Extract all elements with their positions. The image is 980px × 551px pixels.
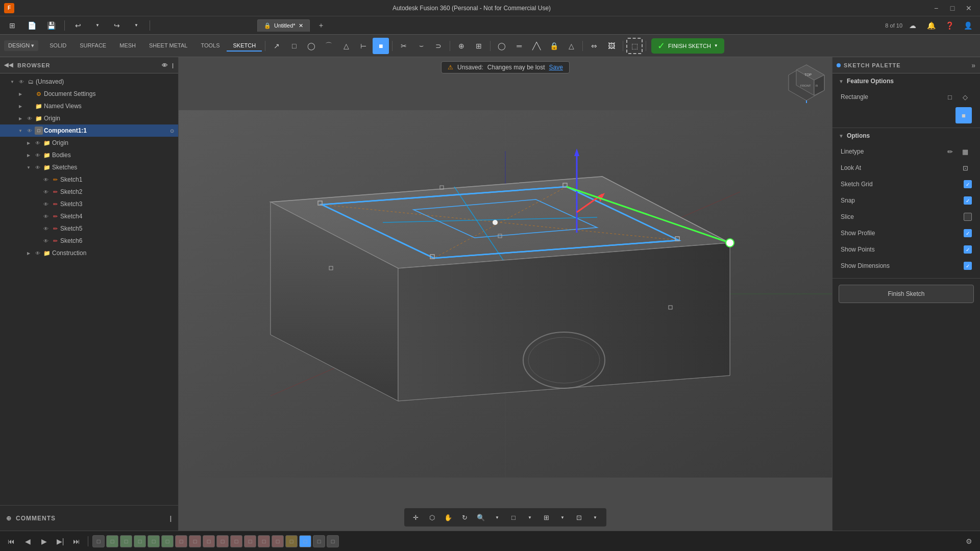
timeline-item-10[interactable]: □ [216, 535, 229, 547]
tree-item-origin1[interactable]: ▶ 👁 📁 Origin [0, 112, 178, 124]
browser-eye-icon[interactable]: 👁 [162, 62, 168, 68]
feature-options-header[interactable]: ▼ Feature Options [839, 78, 974, 85]
tree-eye-unsaved[interactable]: 👁 [17, 78, 26, 86]
slice-checkbox[interactable] [964, 213, 972, 221]
comments-plus-icon[interactable]: ⊕ [6, 515, 12, 522]
tree-eye-cons[interactable]: 👁 [34, 249, 42, 257]
app-menu-button[interactable]: ⊞ [4, 17, 20, 34]
view-cube[interactable]: TOP FRONT R [786, 62, 827, 103]
undo-button[interactable]: ↩ [70, 17, 86, 34]
close-button[interactable]: ✕ [962, 3, 976, 13]
timeline-item-17[interactable]: □ [313, 535, 325, 547]
redo-dropdown[interactable]: ▼ [128, 17, 144, 34]
arc-tool[interactable]: ⌒ [321, 38, 337, 54]
minimize-button[interactable]: − [929, 3, 943, 13]
tree-item-doc-settings[interactable]: ▶ ⚙ Document Settings [0, 88, 178, 100]
play-end-btn[interactable]: ⏭ [69, 534, 84, 548]
inspect1[interactable]: ⇔ [586, 38, 602, 54]
play-back-btn[interactable]: ◀ [20, 534, 35, 548]
play-forward-btn[interactable]: ▶| [53, 534, 67, 548]
tree-item-sketches[interactable]: ▼ 👁 📁 Sketches [0, 161, 178, 173]
rect-icon-1[interactable]: □ [943, 90, 957, 104]
constraint4[interactable]: 🔒 [546, 38, 562, 54]
timeline-item-11[interactable]: □ [230, 535, 242, 547]
timeline-item-15[interactable]: □ [285, 535, 298, 547]
tree-eye-s5[interactable]: 👁 [42, 224, 50, 233]
tree-eye-comp1[interactable]: 👁 [26, 127, 34, 135]
timeline-item-2[interactable]: □ [106, 535, 118, 547]
show-points-checkbox[interactable]: ✓ [964, 245, 972, 254]
zoom-tool[interactable]: 🔍 [474, 510, 488, 524]
tree-eye-nv[interactable] [26, 102, 34, 110]
tab-mesh[interactable]: MESH [113, 40, 142, 52]
tree-eye-bodies[interactable]: 👁 [34, 151, 42, 159]
notification-bell[interactable]: 🔔 [923, 17, 939, 34]
timeline-item-12[interactable]: □ [244, 535, 256, 547]
offset-tool[interactable]: ⊃ [430, 38, 447, 54]
vp-btn1[interactable]: ⬡ [425, 510, 439, 524]
constraint1[interactable]: ◯ [494, 38, 510, 54]
constraint3[interactable]: ╱╲ [528, 38, 545, 54]
tree-item-bodies[interactable]: ▶ 👁 📁 Bodies [0, 149, 178, 161]
linetype-icon-1[interactable]: ✏ [943, 145, 957, 158]
inspect2[interactable]: 🖼 [603, 38, 620, 54]
line-tool[interactable]: ↗ [268, 38, 285, 54]
tree-eye-s6[interactable]: 👁 [42, 237, 50, 245]
tab-sketch[interactable]: SKETCH [227, 40, 262, 52]
options-header[interactable]: ▼ Options [839, 132, 974, 139]
tree-eye-origin2[interactable]: 👁 [34, 139, 42, 147]
timeline-item-4[interactable]: □ [134, 535, 146, 547]
tree-eye-doc[interactable] [26, 90, 34, 98]
timeline-item-16[interactable]: □ [299, 535, 311, 547]
play-btn[interactable]: ▶ [37, 534, 51, 548]
tab-sheet-metal[interactable]: SHEET METAL [143, 40, 193, 52]
grid-btn[interactable]: ⊞ [539, 510, 553, 524]
constraint2[interactable]: ═ [511, 38, 527, 54]
help-icon[interactable]: ❓ [941, 17, 958, 34]
timeline-item-18[interactable]: □ [327, 535, 339, 547]
save-button[interactable]: 💾 [43, 17, 59, 34]
browser-pin-icon[interactable]: | [172, 62, 174, 68]
tree-item-sketch4[interactable]: 👁 ✏ Sketch4 [0, 210, 178, 222]
settings-btn[interactable]: ⚙ [962, 534, 976, 548]
user-avatar[interactable]: 👤 [960, 17, 976, 34]
tree-item-construction[interactable]: ▶ 👁 📁 Construction [0, 247, 178, 259]
display-dropdown[interactable]: ▼ [523, 510, 537, 524]
comments-expand-icon[interactable]: | [170, 515, 172, 522]
tree-item-named-views[interactable]: ▶ 📁 Named Views [0, 100, 178, 112]
timeline-item-3[interactable]: □ [120, 535, 132, 547]
tree-item-sketch3[interactable]: 👁 ✏ Sketch3 [0, 198, 178, 210]
fillet-tool[interactable]: ⌣ [413, 38, 429, 54]
finish-sketch-button[interactable]: Finish Sketch [839, 285, 974, 303]
rect-tool[interactable]: □ [286, 38, 302, 54]
file-tab[interactable]: 🔒 Untitled* ✕ [257, 19, 310, 32]
tab-close-icon[interactable]: ✕ [299, 22, 303, 29]
triangle-tool[interactable]: △ [338, 38, 354, 54]
viewport[interactable]: ⚠ Unsaved: Changes may be lost Save [179, 57, 832, 531]
select-tool[interactable]: ⬚ [626, 38, 643, 54]
active-rect-indicator[interactable]: ■ [955, 107, 972, 123]
tree-eye-s4[interactable]: 👁 [42, 212, 50, 220]
rect-icon-2[interactable]: ◇ [959, 90, 972, 104]
tree-eye-sketches[interactable]: 👁 [34, 163, 42, 171]
browser-back-icon[interactable]: ◀◀ [4, 62, 13, 68]
tree-item-sketch2[interactable]: 👁 ✏ Sketch2 [0, 186, 178, 198]
timeline-item-5[interactable]: □ [148, 535, 160, 547]
rect2-tool[interactable]: ■ [373, 38, 389, 54]
show-dimensions-checkbox[interactable]: ✓ [964, 262, 972, 270]
tree-eye-s2[interactable]: 👁 [42, 188, 50, 196]
view-btn[interactable]: ⊡ [572, 510, 586, 524]
new-tab-button[interactable]: ＋ [313, 17, 329, 34]
palette-expand-icon[interactable]: » [971, 61, 976, 69]
circle-tool[interactable]: ◯ [303, 38, 320, 54]
constraint5[interactable]: △ [563, 38, 579, 54]
tree-item-origin2[interactable]: ▶ 👁 📁 Origin [0, 137, 178, 149]
maximize-button[interactable]: □ [945, 3, 960, 13]
tree-eye-origin1[interactable]: 👁 [26, 114, 34, 122]
display-btn[interactable]: □ [506, 510, 521, 524]
orbit-tool[interactable]: ↻ [457, 510, 472, 524]
grid-dropdown[interactable]: ▼ [555, 510, 570, 524]
snap-checkbox[interactable]: ✓ [964, 196, 972, 205]
finish-sketch-dropdown[interactable]: ▼ [714, 43, 718, 48]
timeline-item-8[interactable]: □ [189, 535, 201, 547]
